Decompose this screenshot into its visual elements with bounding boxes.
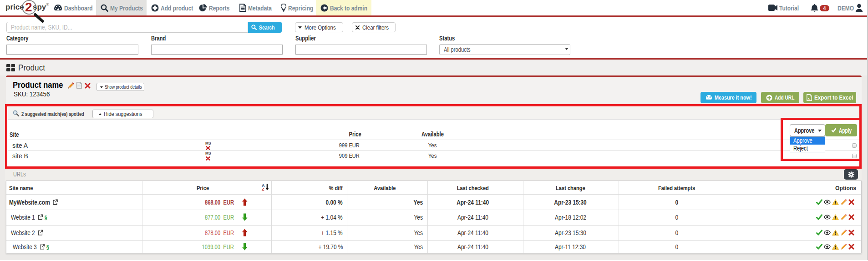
svg-text:x: x: [807, 96, 810, 100]
